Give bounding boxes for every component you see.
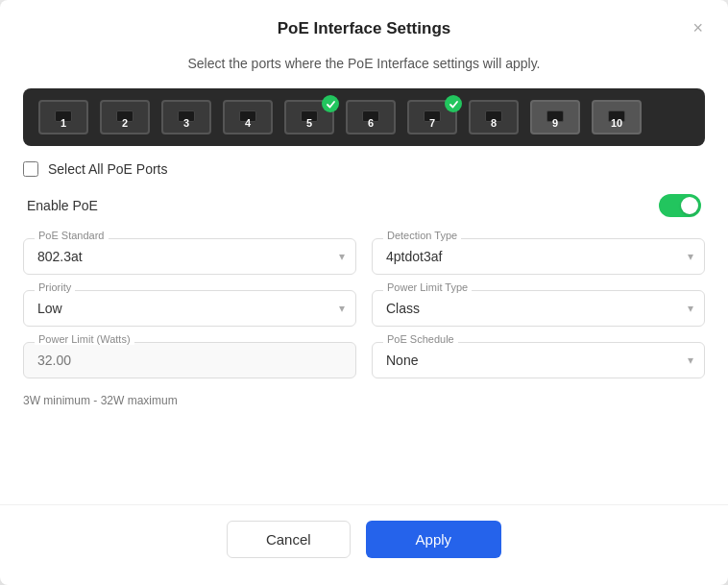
power-limit-watts-input[interactable] <box>23 342 356 378</box>
poe-interface-settings-modal: PoE Interface Settings × Select the port… <box>0 0 728 585</box>
power-limit-type-label: Power Limit Type <box>383 281 472 293</box>
modal-header: PoE Interface Settings × <box>0 0 728 52</box>
modal-subtitle: Select the ports where the PoE Interface… <box>23 56 705 71</box>
port-10[interactable]: 10 <box>592 100 642 134</box>
priority-label: Priority <box>35 281 75 293</box>
port-number-9: 9 <box>552 117 558 129</box>
port-check-badge-5 <box>322 95 339 112</box>
port-4[interactable]: 4 <box>223 100 273 134</box>
priority-field: Priority Low Medium High Critical ▾ <box>23 290 356 327</box>
port-6[interactable]: 6 <box>346 100 396 134</box>
detection-type-label: Detection Type <box>383 230 461 241</box>
port-8[interactable]: 8 <box>469 100 519 134</box>
poe-schedule-label: PoE Schedule <box>383 333 458 345</box>
poe-standard-label: PoE Standard <box>35 230 109 241</box>
port-number-10: 10 <box>611 117 622 129</box>
port-check-badge-7 <box>445 95 462 112</box>
port-2[interactable]: 2 <box>100 100 150 134</box>
port-3[interactable]: 3 <box>161 100 211 134</box>
select-all-row: Select All PoE Ports <box>23 161 705 177</box>
enable-poe-toggle[interactable] <box>659 194 701 217</box>
poe-schedule-select[interactable]: None Schedule 1 Schedule 2 <box>372 342 705 378</box>
modal-body: Select the ports where the PoE Interface… <box>0 52 728 504</box>
power-limit-watts-label: Power Limit (Watts) <box>35 333 134 345</box>
port-number-6: 6 <box>368 117 374 129</box>
form-row-1: PoE Standard 802.3af 802.3at 802.3bt ▾ D… <box>23 238 705 275</box>
port-number-8: 8 <box>491 117 497 129</box>
port-number-1: 1 <box>61 117 66 129</box>
port-number-4: 4 <box>245 117 251 129</box>
poe-standard-select[interactable]: 802.3af 802.3at 802.3bt <box>23 238 356 275</box>
port-number-5: 5 <box>306 117 312 129</box>
power-limit-type-field: Power Limit Type Class Manual ▾ <box>372 290 705 327</box>
apply-button[interactable]: Apply <box>366 521 502 558</box>
port-number-2: 2 <box>122 117 128 129</box>
detection-type-select[interactable]: 4ptdot3af Legacy Auto <box>372 238 705 275</box>
cancel-button[interactable]: Cancel <box>227 521 351 558</box>
power-limit-type-select[interactable]: Class Manual <box>372 290 705 327</box>
power-hint-text: 3W minimum - 32W maximum <box>23 394 705 407</box>
modal-title: PoE Interface Settings <box>278 19 450 38</box>
port-number-3: 3 <box>183 117 189 129</box>
enable-poe-label: Enable PoE <box>27 198 98 213</box>
port-number-7: 7 <box>429 117 435 129</box>
form-row-2: Priority Low Medium High Critical ▾ Powe… <box>23 290 705 327</box>
port-1[interactable]: 1 <box>38 100 88 134</box>
detection-type-field: Detection Type 4ptdot3af Legacy Auto ▾ <box>372 238 705 275</box>
form-row-3: Power Limit (Watts) PoE Schedule None Sc… <box>23 342 705 378</box>
port-row: 12345678910 <box>23 88 705 146</box>
port-7[interactable]: 7 <box>407 100 457 134</box>
poe-schedule-field: PoE Schedule None Schedule 1 Schedule 2 … <box>372 342 705 378</box>
modal-footer: Cancel Apply <box>0 504 728 585</box>
port-9[interactable]: 9 <box>530 100 580 134</box>
close-button[interactable]: × <box>687 17 709 38</box>
poe-standard-field: PoE Standard 802.3af 802.3at 802.3bt ▾ <box>23 238 356 275</box>
priority-select[interactable]: Low Medium High Critical <box>23 290 356 327</box>
select-all-checkbox[interactable] <box>23 161 38 177</box>
port-5[interactable]: 5 <box>284 100 334 134</box>
enable-poe-row: Enable PoE <box>23 194 705 217</box>
power-limit-watts-field: Power Limit (Watts) <box>23 342 356 378</box>
select-all-label: Select All PoE Ports <box>48 161 168 177</box>
